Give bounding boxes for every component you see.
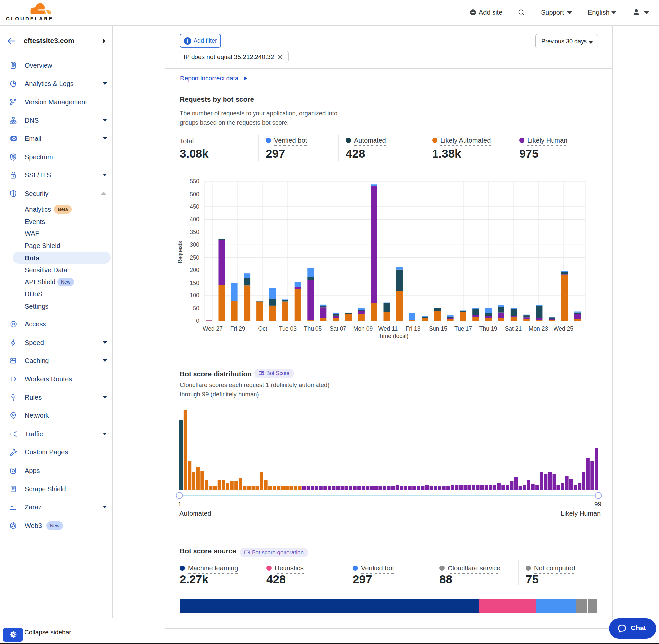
svg-text:Sat 07: Sat 07 [330,325,347,332]
svg-text:200: 200 [190,267,199,273]
svg-text:250: 250 [190,254,199,261]
svg-text:Requests: Requests [178,241,183,263]
svg-text:150: 150 [190,280,199,286]
svg-text:450: 450 [190,204,199,210]
svg-text:Sat 21: Sat 21 [505,325,522,332]
svg-text:Wed 11: Wed 11 [378,325,398,332]
svg-text:Mon 23: Mon 23 [529,325,548,332]
svg-text:Wed 27: Wed 27 [203,325,222,332]
svg-text:Sun 15: Sun 15 [429,325,447,332]
svg-text:Thu 19: Thu 19 [479,325,497,332]
svg-text:500: 500 [190,191,199,198]
svg-text:Mon 09: Mon 09 [353,325,373,332]
svg-text:Thu 05: Thu 05 [304,325,322,332]
svg-text:550: 550 [190,178,199,185]
svg-text:400: 400 [190,216,199,223]
svg-text:Fri 29: Fri 29 [231,325,245,332]
svg-text:Tue 17: Tue 17 [454,325,472,332]
svg-text:50: 50 [193,305,199,312]
svg-text:0: 0 [196,318,199,324]
svg-text:Fri 13: Fri 13 [406,325,421,332]
svg-text:Wed 25: Wed 25 [554,325,573,332]
svg-text:Tue 03: Tue 03 [279,325,297,332]
svg-text:Time (local): Time (local) [379,333,409,339]
svg-text:100: 100 [190,292,199,299]
svg-text:300: 300 [190,242,199,248]
svg-text:Oct: Oct [258,325,267,332]
svg-text:350: 350 [190,229,199,235]
